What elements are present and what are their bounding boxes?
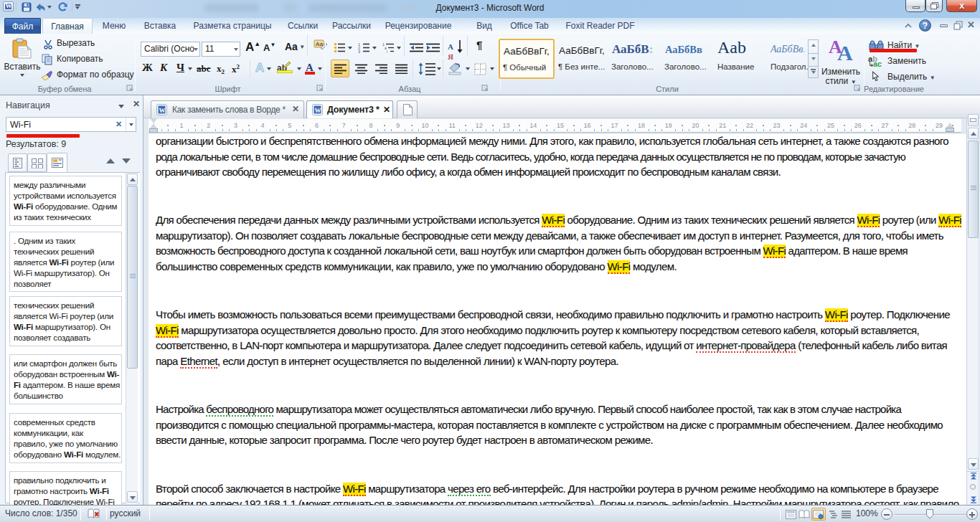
svg-text:3: 3	[358, 49, 360, 54]
svg-text:i: i	[387, 49, 387, 54]
svg-text:W: W	[315, 107, 321, 114]
svg-text:W: W	[159, 107, 166, 114]
